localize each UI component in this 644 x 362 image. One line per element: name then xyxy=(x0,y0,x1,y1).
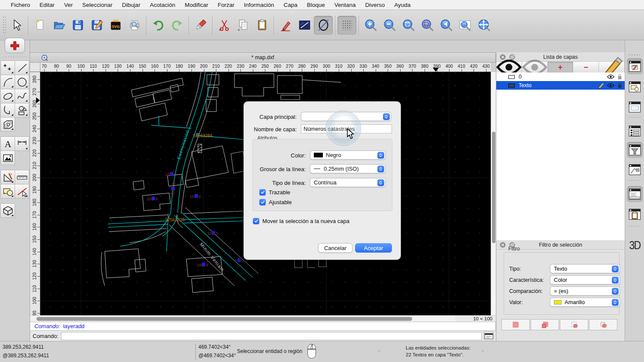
tool-arc[interactable] xyxy=(0,75,15,89)
remove-layer-button[interactable]: − xyxy=(573,62,599,72)
filter-comparacion--select[interactable]: = (es) xyxy=(550,287,620,296)
layer-edit-pencil-icon[interactable] xyxy=(598,82,604,89)
zoom-in-button[interactable] xyxy=(361,16,380,35)
document-titlebar[interactable]: * map.dxf xyxy=(30,52,496,63)
panel-leader-button[interactable] xyxy=(627,162,643,178)
filter-intersect-selection-button[interactable] xyxy=(589,319,617,330)
save-as-button[interactable] xyxy=(87,16,106,35)
layer-lock-icon[interactable] xyxy=(617,74,622,80)
tool-polyline[interactable] xyxy=(0,103,15,118)
parent-layer-select[interactable] xyxy=(301,112,391,121)
zoom-auto-button[interactable] xyxy=(399,16,418,35)
draw-pen-button[interactable] xyxy=(276,16,295,35)
menu-bloque[interactable]: Bloque xyxy=(302,2,330,8)
tool-shapes[interactable] xyxy=(15,103,29,118)
tool-solid[interactable] xyxy=(0,203,15,218)
tool-image[interactable] xyxy=(0,151,15,165)
filter-remove-from-selection-button[interactable] xyxy=(560,319,588,330)
menu-capa[interactable]: Capa xyxy=(279,2,302,8)
pan-button[interactable] xyxy=(474,16,493,35)
paste-button[interactable] xyxy=(252,16,271,35)
cancel-button[interactable]: Cancelar xyxy=(318,243,352,253)
strip-drag-handle[interactable] xyxy=(628,54,641,56)
layer-lock-icon[interactable] xyxy=(617,82,622,88)
vertical-scrollbar-thumb[interactable] xyxy=(492,132,495,243)
linetype-select[interactable]: Contínua xyxy=(310,178,386,187)
cad-tools-button[interactable] xyxy=(5,38,25,53)
menu-fichero[interactable]: Fichero xyxy=(6,2,35,8)
print-preview-button[interactable] xyxy=(125,16,144,35)
tool-points[interactable] xyxy=(0,60,15,75)
layer-visibility-eye-icon[interactable] xyxy=(607,75,614,79)
redo-button[interactable] xyxy=(167,16,186,35)
menu-diverso[interactable]: Diverso xyxy=(360,2,389,8)
command-input[interactable] xyxy=(61,332,482,340)
show-all-layers-button[interactable] xyxy=(496,62,522,72)
panel-library-button[interactable] xyxy=(627,99,643,115)
undo-button[interactable] xyxy=(149,16,167,35)
tool-ellipse[interactable] xyxy=(0,89,15,103)
line-settings-button[interactable] xyxy=(295,16,314,35)
tool-measure[interactable] xyxy=(15,170,29,184)
accept-button[interactable]: Aceptar xyxy=(355,243,392,253)
filter-caracteristica--select[interactable]: Color xyxy=(550,275,620,284)
lineweight-select[interactable]: 0.25mm (ISO) xyxy=(310,164,386,173)
menu-forzar[interactable]: Forzar xyxy=(213,2,239,8)
ellipse-tool-button[interactable] xyxy=(314,16,333,35)
pointer-button[interactable] xyxy=(7,16,26,35)
palette-drag-handle[interactable] xyxy=(2,56,28,58)
panel-layers-button[interactable] xyxy=(627,58,643,74)
horizontal-scrollbar-thumb[interactable] xyxy=(36,317,412,321)
copy-button[interactable]: + xyxy=(234,16,252,35)
menu-modificar[interactable]: Modificar xyxy=(180,2,213,8)
horizontal-scrollbar[interactable] xyxy=(30,315,455,322)
open-file-button[interactable] xyxy=(49,16,68,35)
move-selection-checkbox[interactable]: Mover la selección a la nueva capa xyxy=(253,218,349,224)
zoom-selection-button[interactable] xyxy=(418,16,437,35)
panel-properties-button[interactable] xyxy=(627,123,643,139)
menu-dibujar[interactable]: Dibujar xyxy=(117,2,145,8)
tool-cad-tools[interactable] xyxy=(0,170,15,184)
filter-add-to-selection-button[interactable] xyxy=(531,319,559,330)
menu-editar[interactable]: Editar xyxy=(35,2,59,8)
tool-info[interactable] xyxy=(0,184,15,199)
zoom-window-button[interactable] xyxy=(456,16,474,35)
tool-circle[interactable] xyxy=(15,75,29,89)
menu-ventana[interactable]: Ventana xyxy=(330,2,361,8)
tool-snap[interactable] xyxy=(15,184,29,199)
cut-button[interactable]: + xyxy=(215,16,234,35)
snappable-checkbox[interactable]: Ajustable xyxy=(259,199,292,205)
layer-visibility-eye-icon[interactable] xyxy=(607,83,614,87)
edit-layer-button[interactable] xyxy=(599,62,625,72)
eraser-button[interactable] xyxy=(191,16,210,35)
layer-name-input[interactable]: Números catastrales xyxy=(301,124,392,133)
save-button[interactable] xyxy=(68,16,87,35)
filter-select-button[interactable] xyxy=(501,319,530,330)
panel-3d-button[interactable]: 3D xyxy=(627,238,643,252)
zoom-previous-button[interactable] xyxy=(437,16,456,35)
toolbar-drag-handle[interactable] xyxy=(3,16,6,35)
tool-line[interactable] xyxy=(15,60,29,75)
hide-all-layers-button[interactable] xyxy=(522,62,548,72)
grid-toggle-button[interactable] xyxy=(337,16,356,35)
filter-valor--select[interactable]: Amarillo xyxy=(550,298,620,307)
tool-hatch[interactable] xyxy=(0,117,15,132)
add-layer-button[interactable]: + xyxy=(548,62,574,72)
panel-filter-button[interactable] xyxy=(627,142,643,158)
color-select[interactable]: Negro xyxy=(310,151,386,160)
filter-tipo--select[interactable]: Texto xyxy=(550,264,620,273)
layer-row-0[interactable]: 0 xyxy=(496,72,625,81)
menu-informacion[interactable]: Información xyxy=(239,2,279,8)
layer-row-texto[interactable]: Texto xyxy=(496,81,625,90)
panel-command-button[interactable] xyxy=(627,186,643,202)
menu-ver[interactable]: Ver xyxy=(59,2,77,8)
svg-export-button[interactable]: SVG xyxy=(106,16,125,35)
tool-text[interactable]: A xyxy=(0,136,15,151)
command-options-button[interactable] xyxy=(484,332,494,340)
zoom-out-button[interactable] xyxy=(380,16,399,35)
panel-clipboard-button[interactable] xyxy=(627,206,643,222)
panel-blocks-button[interactable] xyxy=(627,79,643,95)
menu-ayuda[interactable]: Ayuda xyxy=(389,2,415,8)
plottable-checkbox[interactable]: Trazable xyxy=(259,189,290,196)
tool-dimension[interactable] xyxy=(15,136,29,151)
